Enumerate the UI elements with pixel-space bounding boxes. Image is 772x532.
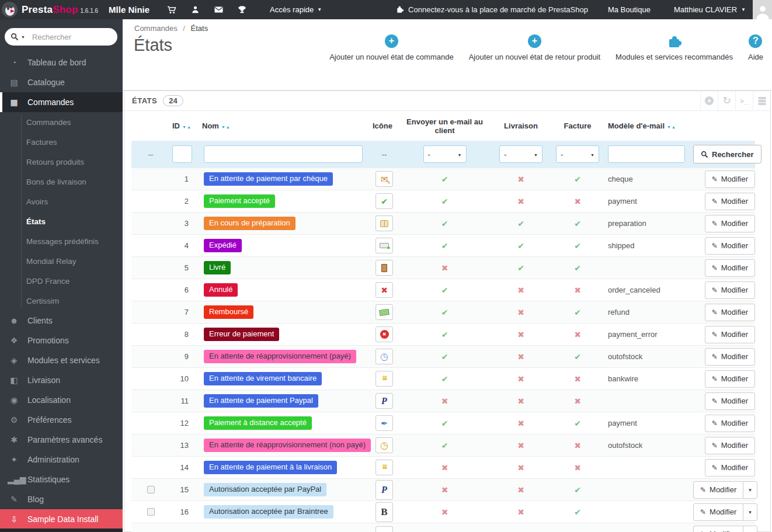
status-badge: En attente de réapprovisionnement (non p… xyxy=(204,439,371,452)
table-row: 7Remboursé✔✖✔refund✎Modifier xyxy=(131,301,755,323)
refresh-icon[interactable]: ↻ xyxy=(718,91,735,111)
modify-button[interactable]: ✎Modifier xyxy=(705,348,755,366)
shop-name[interactable]: Mlle Ninie xyxy=(109,5,149,15)
sidebar-item-label: Tableau de bord xyxy=(27,58,86,67)
user-menu[interactable]: Matthieu CLAVIER▼ xyxy=(674,5,746,14)
dashboard-icon: ◔ xyxy=(8,58,20,67)
sidebar-item-parametres-avances[interactable]: ✱Paramètres avancés xyxy=(0,430,123,450)
sort-icon[interactable] xyxy=(667,121,676,130)
sidebar-item-statistiques[interactable]: ▂▄▆Statistiques xyxy=(0,470,123,489)
add-order-status-button[interactable]: + Ajouter un nouvel état de commande xyxy=(322,32,461,61)
sidebar-subitem[interactable]: Retours produits xyxy=(0,152,123,172)
marketplace-link[interactable]: Connectez-vous à la place de marché de P… xyxy=(395,5,588,14)
sidebar-subitem[interactable]: Avoirs xyxy=(0,192,123,211)
sidebar-subitem[interactable]: États xyxy=(0,211,123,231)
advanced-settings-icon: ✱ xyxy=(8,435,20,444)
customers-header-icon[interactable] xyxy=(183,0,207,19)
sidebar-item-localisation[interactable]: ◉Localisation xyxy=(0,390,123,410)
add-return-status-button[interactable]: + Ajouter un nouvel état de retour produ… xyxy=(461,32,608,61)
check-icon: ✔ xyxy=(574,175,581,184)
sidebar-item-label: Catalogue xyxy=(27,78,65,87)
email-template: order_canceled xyxy=(607,286,693,294)
modify-button[interactable]: ✎Modifier xyxy=(705,193,755,210)
sidebar-item-livraison[interactable]: ◧Livraison xyxy=(0,370,123,390)
messages-icon[interactable] xyxy=(207,0,230,19)
filter-delivery-select[interactable]: - xyxy=(499,145,543,163)
sort-icon[interactable] xyxy=(182,121,192,130)
column-nom[interactable]: Nom xyxy=(194,121,373,130)
modify-button[interactable]: ✎Modifier xyxy=(693,503,743,521)
sidebar-subitem[interactable]: Factures xyxy=(0,132,123,152)
export-icon[interactable] xyxy=(753,91,770,111)
modify-dropdown-button[interactable]: ▾ xyxy=(743,481,757,499)
sql-console-icon[interactable]: >_ xyxy=(735,91,753,111)
row-checkbox[interactable] xyxy=(147,508,155,516)
sidebar-item-modules-et-services[interactable]: ◈Modules et services xyxy=(0,350,123,370)
sidebar-item-clients[interactable]: ☻Clients xyxy=(0,311,123,331)
sidebar-item-administration[interactable]: ✦Administration xyxy=(0,450,123,470)
add-icon[interactable]: + xyxy=(700,91,718,111)
cart-icon[interactable] xyxy=(160,0,183,19)
sidebar-item-catalogue[interactable]: ▤Catalogue xyxy=(0,72,123,92)
modify-button[interactable]: ✎Modifier xyxy=(705,171,755,188)
filter-id-input[interactable] xyxy=(172,145,192,163)
quick-access-dropdown[interactable]: Accès rapide▼ xyxy=(270,5,322,14)
sidebar-subitem[interactable]: Certissim xyxy=(0,291,123,311)
sidebar-item-preferences[interactable]: ⚙Préférences xyxy=(0,410,123,430)
page-header: Commandes / États États + Ajouter un nou… xyxy=(123,19,772,91)
modify-button[interactable]: ✎Modifier xyxy=(705,437,755,454)
avatar[interactable] xyxy=(753,0,772,19)
modify-button[interactable]: ✎Modifier xyxy=(693,481,743,499)
filter-dash: -- xyxy=(131,150,170,159)
filter-email-select[interactable]: - xyxy=(423,145,467,163)
row-checkbox[interactable] xyxy=(147,486,155,493)
column-modele[interactable]: Modèle d'e-mail xyxy=(607,121,693,130)
modify-button[interactable]: ✎Modifier xyxy=(705,326,755,343)
modify-button[interactable]: ✎Modifier xyxy=(693,526,743,532)
filter-name-input[interactable] xyxy=(204,145,363,163)
sidebar-item-tableau-de-bord[interactable]: ◔Tableau de bord xyxy=(0,53,123,72)
modify-button[interactable]: ✎Modifier xyxy=(705,392,755,410)
check-icon: ✔ xyxy=(441,175,448,184)
sidebar-item-promotions[interactable]: ❖Promotions xyxy=(0,331,123,350)
my-shop-link[interactable]: Ma Boutique xyxy=(608,5,651,14)
sidebar-subitem[interactable]: Commandes xyxy=(0,112,123,132)
check-icon: ✔ xyxy=(441,374,448,384)
sidebar-search[interactable]: ▼ Rechercher xyxy=(5,28,117,46)
sidebar-item-commandes[interactable]: ▦Commandes xyxy=(0,92,123,112)
sidebar-subitem[interactable]: Mondial Relay xyxy=(0,251,123,271)
prestashop-logo[interactable] xyxy=(2,2,18,18)
cross-icon: ✖ xyxy=(517,330,524,339)
modify-dropdown-button[interactable]: ▾ xyxy=(743,503,757,521)
search-button[interactable]: Rechercher xyxy=(693,145,761,164)
modify-button[interactable]: ✎Modifier xyxy=(705,237,755,255)
brand[interactable]: PrestaShop xyxy=(22,4,78,16)
sidebar-subitem[interactable]: Messages prédéfinis xyxy=(0,231,123,251)
status-icon-box xyxy=(375,304,393,320)
modify-button[interactable]: ✎Modifier xyxy=(705,281,755,299)
money-icon xyxy=(379,308,389,315)
modify-dropdown-button[interactable]: ▾ xyxy=(743,526,757,532)
breadcrumb-parent[interactable]: Commandes xyxy=(134,24,178,33)
check-icon: ✔ xyxy=(574,507,581,517)
column-id[interactable]: ID xyxy=(170,121,194,130)
sidebar-subitem[interactable]: DPD France xyxy=(0,271,123,291)
trophy-icon[interactable] xyxy=(230,0,253,19)
modify-button[interactable]: ✎Modifier xyxy=(705,215,755,232)
sidebar-item-blog[interactable]: ✎Blog xyxy=(0,489,123,509)
modify-button[interactable]: ✎Modifier xyxy=(705,259,755,277)
modify-button[interactable]: ✎Modifier xyxy=(705,370,755,388)
pencil-icon: ✎ xyxy=(712,286,718,294)
filter-invoice-select[interactable]: - xyxy=(556,145,599,163)
collapse-menu-strip[interactable] xyxy=(0,528,123,532)
filter-template-input[interactable] xyxy=(608,145,685,163)
modify-button[interactable]: ✎Modifier xyxy=(705,459,755,477)
recommended-modules-button[interactable]: Modules et services recommandés xyxy=(608,32,740,61)
sort-icon[interactable] xyxy=(221,121,231,130)
modify-button[interactable]: ✎Modifier xyxy=(705,415,755,432)
sidebar-subitem[interactable]: Bons de livraison xyxy=(0,172,123,192)
modify-button[interactable]: ✎Modifier xyxy=(705,304,755,321)
paypal-icon xyxy=(381,396,387,406)
help-button[interactable]: ? Aide xyxy=(740,32,771,61)
sidebar-item-sample-data-install[interactable]: ⇩Sample Data Install xyxy=(0,509,123,529)
